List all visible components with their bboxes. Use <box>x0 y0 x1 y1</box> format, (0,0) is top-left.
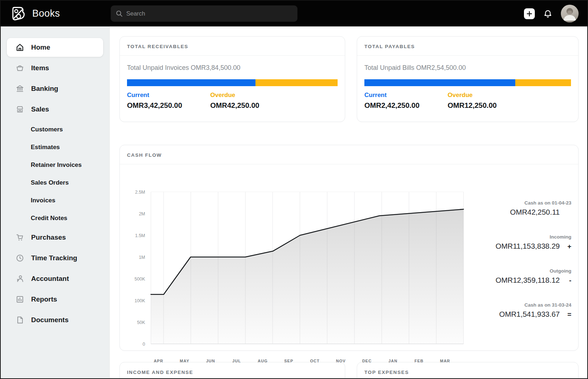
stat-incoming: Incoming OMR11,153,838.29+ <box>496 234 571 250</box>
payables-header: TOTAL PAYABLES <box>357 37 578 56</box>
sidebar-item-time-tracking[interactable]: Time Tracking <box>7 249 103 268</box>
payables-current-segment <box>364 79 515 86</box>
svg-text:JAN: JAN <box>388 359 397 363</box>
basket-icon <box>16 64 24 72</box>
sidebar-item-sales[interactable]: Sales <box>7 100 103 119</box>
home-icon <box>16 43 24 52</box>
search-bar[interactable] <box>111 5 297 22</box>
user-avatar[interactable] <box>561 5 579 22</box>
search-icon <box>116 10 123 17</box>
sales-submenu: Customers Estimates Retainer Invoices Sa… <box>1 121 109 227</box>
sidebar-item-label: Accountant <box>31 275 69 283</box>
cash-flow-header: CASH FLOW <box>120 145 578 164</box>
sidebar-item-label: Purchases <box>31 233 66 241</box>
svg-text:JUL: JUL <box>232 359 241 363</box>
sidebar-item-label: Home <box>31 43 50 51</box>
payables-current-label: Current <box>364 92 448 99</box>
document-icon <box>16 316 24 324</box>
cart-icon <box>16 233 24 242</box>
svg-text:50K: 50K <box>137 320 145 325</box>
card-cash-flow: CASH FLOW 2.5M2M1.5M1M500K100K50K0APRMAY… <box>119 145 579 351</box>
clock-icon <box>16 254 24 262</box>
sidebar-item-purchases[interactable]: Purchases <box>7 228 103 247</box>
stat-cash-start: Cash as on 01-04-23 OMR42,250.11 <box>496 200 571 216</box>
sidebar-item-home[interactable]: Home <box>7 38 103 57</box>
books-logo-icon <box>10 5 26 22</box>
svg-text:FEB: FEB <box>415 359 424 363</box>
sidebar-item-retainer-invoices[interactable]: Retainer Invoices <box>1 156 109 174</box>
sidebar-item-reports[interactable]: Reports <box>7 290 103 309</box>
plus-symbol: + <box>560 243 571 250</box>
svg-text:SEP: SEP <box>284 359 293 363</box>
sidebar-item-sales-orders[interactable]: Sales Orders <box>1 174 109 191</box>
payables-overdue-amount: OMR12,250.00 <box>448 101 531 110</box>
svg-text:OCT: OCT <box>310 359 320 363</box>
svg-text:2.5M: 2.5M <box>135 190 145 195</box>
receivables-summary: Total Unpaid Invoices OMR3,84,500.00 <box>127 64 338 72</box>
payables-overdue-label: Overdue <box>448 92 531 99</box>
sidebar: Home Items <box>1 26 110 379</box>
svg-text:2M: 2M <box>139 211 145 216</box>
page: Books <box>0 0 588 379</box>
svg-text:MAR: MAR <box>440 359 450 363</box>
main-content: TOTAL RECEIVABLES Total Unpaid Invoices … <box>110 26 587 379</box>
svg-text:APR: APR <box>154 359 163 363</box>
receivables-header: TOTAL RECEIVABLES <box>120 37 345 56</box>
receivables-current-amount: OMR3,42,250.00 <box>127 101 210 110</box>
svg-text:NOV: NOV <box>336 359 346 363</box>
topbar: Books <box>1 1 587 26</box>
create-button[interactable] <box>524 8 535 19</box>
receivables-current-segment <box>127 79 255 86</box>
sidebar-item-label: Time Tracking <box>31 254 77 262</box>
svg-text:100K: 100K <box>135 298 145 303</box>
receivables-overdue-label: Overdue <box>210 92 293 99</box>
payables-progress-bar <box>364 79 571 86</box>
svg-text:AUG: AUG <box>258 359 267 363</box>
sidebar-item-label: Documents <box>31 316 68 324</box>
stat-outgoing: Outgoing OMR12,359,118.12- <box>496 268 571 285</box>
svg-text:1.5M: 1.5M <box>135 233 145 238</box>
sidebar-item-credit-notes[interactable]: Credit Notes <box>1 209 109 227</box>
sidebar-item-label: Sales <box>31 105 49 113</box>
svg-text:JUN: JUN <box>206 359 215 363</box>
stat-cash-end: Cash as on 31-03-24 OMR1,541,933.67= <box>496 302 571 319</box>
sidebar-item-banking[interactable]: Banking <box>7 79 103 98</box>
sidebar-item-invoices[interactable]: Invoices <box>1 191 109 209</box>
card-total-payables: TOTAL PAYABLES Total Unpaid Bills OMR2,5… <box>357 36 579 122</box>
brand: Books <box>1 5 110 22</box>
svg-text:DEC: DEC <box>362 359 372 363</box>
receivables-overdue-amount: OMR42,250.00 <box>210 101 293 110</box>
notifications-button[interactable] <box>543 9 553 18</box>
svg-text:MAY: MAY <box>180 359 189 363</box>
svg-text:500K: 500K <box>135 277 145 282</box>
svg-text:0: 0 <box>143 342 145 347</box>
sidebar-item-estimates[interactable]: Estimates <box>1 138 109 156</box>
bell-icon <box>543 9 553 18</box>
topbar-actions <box>524 5 587 22</box>
sidebar-item-label: Items <box>31 64 49 72</box>
equals-symbol: = <box>560 311 571 319</box>
plus-icon <box>526 11 532 17</box>
svg-text:1M: 1M <box>139 255 145 260</box>
receivables-progress-bar <box>127 79 338 86</box>
bar-chart-icon <box>16 295 24 304</box>
app-title: Books <box>32 8 60 19</box>
minus-symbol: - <box>560 277 571 285</box>
search-input[interactable] <box>126 10 292 17</box>
sidebar-item-documents[interactable]: Documents <box>7 311 103 329</box>
person-icon <box>16 274 24 283</box>
sidebar-item-customers[interactable]: Customers <box>1 121 109 138</box>
sidebar-item-label: Banking <box>31 85 58 93</box>
card-total-receivables: TOTAL RECEIVABLES Total Unpaid Invoices … <box>119 36 345 122</box>
bank-icon <box>16 84 24 93</box>
cash-flow-chart: 2.5M2M1.5M1M500K100K50K0APRMAYJUNJULAUGS… <box>123 182 471 366</box>
payables-current-amount: OMR2,42,250.00 <box>364 101 448 110</box>
payables-summary: Total Unpaid Bills OMR2,54,500.00 <box>364 64 571 72</box>
cash-flow-stats: Cash as on 01-04-23 OMR42,250.11 Incomin… <box>496 200 571 336</box>
store-icon <box>16 105 24 114</box>
sidebar-item-items[interactable]: Items <box>7 59 103 77</box>
receivables-current-label: Current <box>127 92 210 99</box>
sidebar-item-accountant[interactable]: Accountant <box>7 269 103 288</box>
sidebar-item-label: Reports <box>31 295 57 303</box>
